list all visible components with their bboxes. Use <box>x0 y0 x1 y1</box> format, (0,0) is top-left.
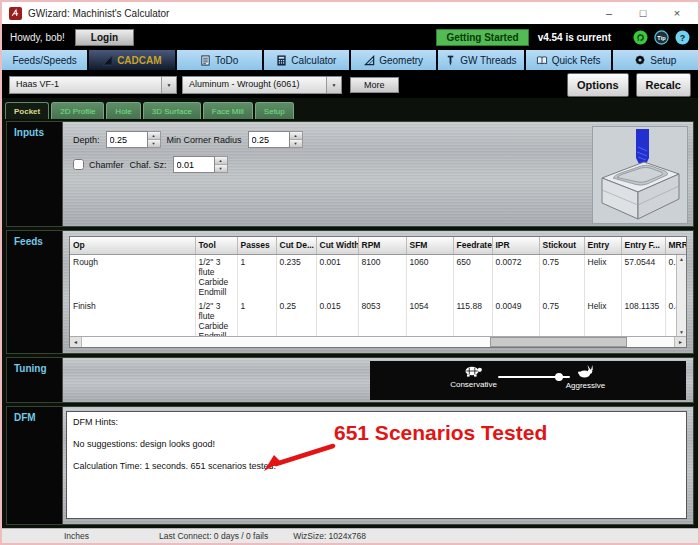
feeds-column-header[interactable]: RPM <box>358 237 406 254</box>
feeds-horizontal-scrollbar[interactable]: ◄ ► <box>70 336 686 347</box>
feeds-section-label: Feeds <box>7 231 62 353</box>
title-bar: GWizard: Machinist's Calculator – □ × <box>2 2 698 24</box>
greeting-text: Howdy, bob! <box>10 32 65 43</box>
chevron-down-icon[interactable]: ▼ <box>161 77 176 93</box>
feeds-cell: Helix <box>584 299 621 337</box>
min-corner-radius-stepper[interactable]: ▲▼ <box>290 131 303 148</box>
chevron-down-icon[interactable]: ▼ <box>326 77 341 93</box>
feeds-cell: 1060 <box>406 254 453 299</box>
feeds-column-header[interactable]: Entry <box>584 237 621 254</box>
feeds-column-header[interactable]: Stickout <box>539 237 584 254</box>
depth-stepper[interactable]: ▲▼ <box>148 131 161 148</box>
threads-icon <box>445 55 456 66</box>
subtab-3d-surface[interactable]: 3D Surface <box>143 102 201 119</box>
tab-todo[interactable]: ToDo <box>177 50 264 70</box>
machine-select[interactable]: Haas VF-1 ▼ <box>9 76 177 94</box>
turtle-icon <box>463 364 485 377</box>
feeds-cell: 108.1135 <box>621 299 665 337</box>
tab-setup[interactable]: Setup <box>613 50 698 70</box>
feeds-column-header[interactable]: Cut De... <box>276 237 316 254</box>
min-corner-radius-input[interactable] <box>248 131 290 148</box>
chamfer-checkbox[interactable] <box>73 159 84 170</box>
minimize-button[interactable]: – <box>592 3 626 23</box>
step-up-icon[interactable]: ▲ <box>290 132 302 140</box>
feeds-column-header[interactable]: IPR <box>492 237 539 254</box>
todo-icon <box>200 55 211 66</box>
feeds-column-header[interactable]: Tool <box>195 237 237 254</box>
step-down-icon[interactable]: ▼ <box>148 140 160 147</box>
tuning-section-label: Tuning <box>7 358 62 402</box>
scrollbar-track[interactable] <box>82 337 674 347</box>
subtab-pocket[interactable]: Pocket <box>5 102 49 119</box>
chamfer-size-label: Chaf. Sz: <box>130 160 167 170</box>
subtab-2d-profile[interactable]: 2D Profile <box>51 102 104 119</box>
chamfer-size-input[interactable] <box>173 156 215 173</box>
help-icon[interactable]: ? <box>675 30 690 45</box>
subtab-setup[interactable]: Setup <box>255 102 294 119</box>
feeds-column-header[interactable]: Cut Width <box>316 237 358 254</box>
tip-icon[interactable]: Tip <box>654 30 669 45</box>
chamfer-label: Chamfer <box>89 160 124 170</box>
feeds-column-header[interactable]: MRR <box>665 237 686 254</box>
depth-label: Depth: <box>73 135 100 145</box>
scrollbar-thumb[interactable] <box>490 337 626 347</box>
scroll-down-icon[interactable]: ▼ <box>679 329 684 335</box>
step-up-icon[interactable]: ▲ <box>215 157 227 165</box>
scroll-right-icon[interactable]: ► <box>674 337 686 347</box>
window-title: GWizard: Machinist's Calculator <box>28 8 592 19</box>
units-indicator: Inches <box>64 531 89 541</box>
dfm-hints-box: DFM Hints: No suggestions: design looks … <box>66 411 687 519</box>
app-header: Howdy, bob! Login Getting Started v4.54 … <box>2 24 698 50</box>
feeds-column-header[interactable]: Entry F... <box>621 237 665 254</box>
tuning-section: Tuning Conservative Aggressive <box>6 357 694 403</box>
feeds-column-header[interactable]: Feedrate <box>453 237 492 254</box>
tab-feeds-speeds[interactable]: Feeds/Speeds <box>2 50 89 70</box>
step-down-icon[interactable]: ▼ <box>215 165 227 172</box>
aggressive-label: Aggressive <box>538 381 633 390</box>
chamfer-size-stepper[interactable]: ▲▼ <box>215 156 228 173</box>
status-bar: Inches Last Connect: 0 days / 0 fails Wi… <box>2 528 698 543</box>
aggressive-end: Aggressive <box>538 364 633 390</box>
quick-refs-icon <box>536 55 548 66</box>
annotation-arrow-icon <box>263 439 338 473</box>
feeds-column-header[interactable]: Passes <box>237 237 276 254</box>
tab-geometry[interactable]: Geometry <box>351 50 438 70</box>
feeds-cell: 0.015 <box>316 299 358 337</box>
feeds-cell: 0.235 <box>276 254 316 299</box>
feeds-cell: 0.0049 <box>492 299 539 337</box>
feeds-cell: 0.75 <box>539 299 584 337</box>
tab-cadcam[interactable]: CADCAM <box>89 50 176 70</box>
scroll-up-icon[interactable]: ▲ <box>679 256 684 262</box>
tab-gw-threads[interactable]: GW Threads <box>438 50 525 70</box>
subtab-hole[interactable]: Hole <box>106 102 140 119</box>
step-down-icon[interactable]: ▼ <box>290 140 302 147</box>
subtab-face-mill[interactable]: Face Mill <box>203 102 253 119</box>
version-text: v4.54 is current <box>538 32 611 43</box>
more-button[interactable]: More <box>350 77 399 93</box>
dfm-section-label: DFM <box>7 407 62 524</box>
material-select[interactable]: Aluminum - Wrought (6061) ▼ <box>182 76 342 94</box>
scroll-left-icon[interactable]: ◄ <box>70 337 82 347</box>
feeds-table-row[interactable]: Rough1/2" 3 flute Carbide Endmill10.2350… <box>70 254 686 299</box>
feeds-column-header[interactable]: SFM <box>406 237 453 254</box>
recalc-button[interactable]: Recalc <box>636 73 691 97</box>
tab-quick-refs[interactable]: Quick Refs <box>526 50 613 70</box>
wizsize-text: WizSize: 1024x768 <box>293 531 366 541</box>
close-button[interactable]: × <box>660 3 694 23</box>
feeds-cell: 8053 <box>358 299 406 337</box>
main-content: Inputs Depth: ▲▼ Min Corner Radius ▲▼ <box>2 119 698 528</box>
maximize-button[interactable]: □ <box>626 3 660 23</box>
step-up-icon[interactable]: ▲ <box>148 132 160 140</box>
depth-input[interactable] <box>106 131 148 148</box>
getting-started-button[interactable]: Getting Started <box>436 29 528 46</box>
dfm-calc-time-text: Calculation Time: 1 seconds. 651 scenari… <box>73 461 680 471</box>
feeds-table-row[interactable]: Finish1/2" 3 flute Carbide Endmill10.250… <box>70 299 686 337</box>
tab-calculator[interactable]: Calculator <box>264 50 351 70</box>
feeds-vertical-scrollbar[interactable]: ▲ ▼ <box>676 255 686 336</box>
options-button[interactable]: Options <box>567 73 629 97</box>
sync-icon[interactable] <box>633 30 648 45</box>
app-window: GWizard: Machinist's Calculator – □ × Ho… <box>0 0 700 545</box>
feeds-column-header[interactable]: Op <box>70 237 195 254</box>
login-button[interactable]: Login <box>75 29 134 46</box>
geometry-icon <box>364 55 375 66</box>
